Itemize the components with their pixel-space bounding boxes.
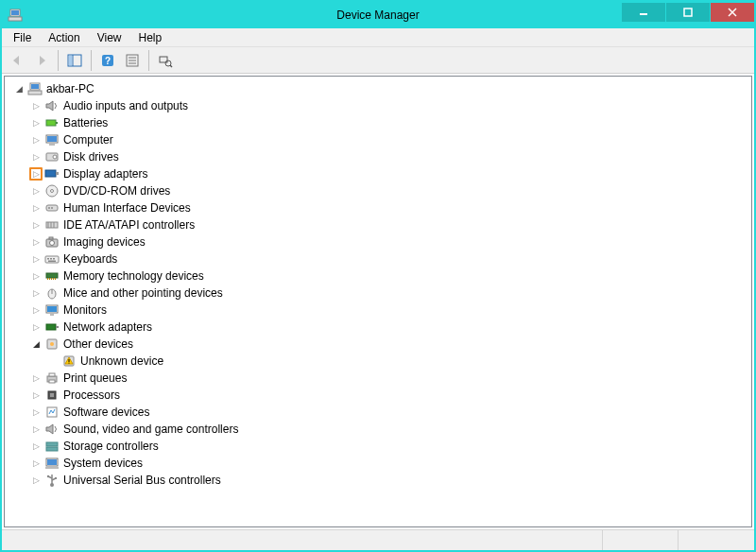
tree-item-keyboards[interactable]: ▷Keyboards (7, 250, 749, 267)
menu-help[interactable]: Help (131, 30, 170, 45)
properties-button[interactable] (121, 49, 144, 72)
memory-icon (44, 268, 60, 284)
expand-icon[interactable]: ▷ (29, 286, 43, 300)
tree-item-mice[interactable]: ▷Mice and other pointing devices (7, 285, 749, 302)
help-button[interactable]: ? (96, 49, 119, 72)
tree-item-memtech[interactable]: ▷Memory technology devices (7, 267, 749, 285)
svg-rect-51 (51, 278, 52, 280)
software-icon (44, 405, 60, 420)
expand-icon[interactable]: ▷ (29, 99, 43, 112)
forward-button[interactable] (30, 49, 53, 72)
statusbar (2, 529, 754, 550)
tree-item-unknown[interactable]: Unknown device (7, 353, 749, 370)
tree-item-storage[interactable]: ▷Storage controllers (7, 438, 749, 455)
toolbar-separator (91, 50, 92, 71)
tree-root-node[interactable]: ◢akbar-PC (7, 80, 749, 97)
tree-item-usb[interactable]: ▷Universal Serial Bus controllers (7, 472, 749, 489)
app-icon (8, 8, 23, 23)
tree-item-ide[interactable]: ▷IDE ATA/ATAPI controllers (7, 216, 749, 233)
expand-icon[interactable]: ▷ (29, 457, 43, 470)
tree-item-processors[interactable]: ▷Processors (7, 387, 749, 404)
spacer (46, 354, 60, 368)
arrow-right-icon (34, 53, 49, 68)
close-button[interactable] (711, 3, 754, 22)
tree-item-monitors[interactable]: ▷Monitors (7, 302, 749, 319)
tree-item-other[interactable]: ◢Other devices (7, 336, 749, 353)
tree-item-label: Unknown device (80, 354, 169, 368)
expand-icon[interactable]: ▷ (29, 252, 43, 266)
device-tree[interactable]: ◢akbar-PC▷Audio inputs and outputs▷Batte… (4, 76, 752, 527)
expand-icon[interactable]: ▷ (29, 423, 43, 436)
expand-icon[interactable]: ▷ (29, 167, 43, 181)
expand-icon[interactable]: ▷ (29, 269, 43, 283)
tree-item-display[interactable]: ▷Display adapters (7, 165, 749, 182)
maximize-button[interactable] (666, 3, 710, 22)
menubar: File Action View Help (2, 28, 754, 47)
menu-action[interactable]: Action (41, 30, 87, 45)
tree-item-network[interactable]: ▷Network adapters (7, 319, 749, 336)
tree-item-computer[interactable]: ▷Computer (7, 131, 749, 148)
expand-icon[interactable]: ▷ (29, 218, 43, 232)
expand-icon[interactable]: ▷ (29, 474, 43, 487)
collapse-icon[interactable]: ◢ (29, 337, 43, 351)
svg-point-32 (51, 190, 54, 193)
computer-icon (44, 132, 60, 147)
tree-item-dvd[interactable]: ▷DVD/CD-ROM drives (7, 182, 749, 199)
tree-item-label: DVD/CD-ROM drives (63, 184, 176, 198)
svg-rect-45 (50, 258, 52, 260)
menu-view[interactable]: View (90, 30, 129, 45)
tree-item-disk[interactable]: ▷Disk drives (7, 148, 749, 165)
tree-item-label: Other devices (63, 337, 139, 351)
window-controls (622, 5, 754, 26)
expand-icon[interactable]: ▷ (29, 388, 43, 402)
collapse-icon[interactable]: ◢ (12, 82, 26, 95)
expand-icon[interactable]: ▷ (29, 116, 43, 129)
expand-icon[interactable]: ▷ (29, 133, 43, 147)
tree-item-printq[interactable]: ▷Print queues (7, 370, 749, 387)
menu-file[interactable]: File (6, 30, 39, 45)
scan-hardware-button[interactable] (154, 49, 177, 72)
tree-item-label: Human Interface Devices (63, 201, 197, 215)
titlebar[interactable]: Device Manager (2, 2, 754, 28)
tree-item-batteries[interactable]: ▷Batteries (7, 114, 749, 131)
tree-item-sound[interactable]: ▷Sound, video and game controllers (7, 421, 749, 438)
tree-item-system[interactable]: ▷System devices (7, 455, 749, 472)
tree-item-label: Monitors (63, 303, 112, 317)
tree-item-software[interactable]: ▷Software devices (7, 404, 749, 421)
speaker-icon (44, 422, 60, 437)
expand-icon[interactable]: ▷ (29, 320, 43, 334)
tree-item-label: System devices (63, 457, 148, 470)
tree-item-label: Batteries (63, 116, 113, 129)
other-devices-icon (44, 336, 60, 352)
expand-icon[interactable]: ▷ (29, 201, 43, 215)
show-hide-console-button[interactable] (63, 49, 86, 72)
expand-icon[interactable]: ▷ (29, 371, 43, 385)
svg-rect-76 (45, 467, 59, 469)
svg-rect-72 (46, 442, 58, 446)
expand-icon[interactable]: ▷ (29, 440, 43, 453)
tree-item-hid[interactable]: ▷Human Interface Devices (7, 199, 749, 216)
svg-rect-23 (56, 122, 58, 124)
expand-icon[interactable]: ▷ (29, 235, 43, 249)
hid-icon (44, 200, 60, 216)
svg-rect-73 (46, 447, 58, 451)
svg-rect-68 (49, 380, 55, 383)
expand-icon[interactable]: ▷ (29, 184, 43, 198)
svg-point-34 (48, 207, 50, 209)
status-cell (603, 530, 679, 550)
status-cell (2, 530, 603, 550)
body-area: ◢akbar-PC▷Audio inputs and outputs▷Batte… (2, 74, 754, 529)
tree-item-imaging[interactable]: ▷Imaging devices (7, 233, 749, 250)
tree-item-label: Audio inputs and outputs (63, 99, 194, 112)
tree-item-label: Memory technology devices (63, 269, 210, 283)
tree-item-audio[interactable]: ▷Audio inputs and outputs (7, 97, 749, 114)
expand-icon[interactable]: ▷ (29, 405, 43, 419)
back-button[interactable] (6, 49, 28, 72)
panel-icon (67, 53, 82, 68)
expand-icon[interactable]: ▷ (29, 303, 43, 317)
tree-item-label: Mice and other pointing devices (63, 286, 229, 300)
expand-icon[interactable]: ▷ (29, 150, 43, 164)
svg-rect-2 (11, 10, 19, 15)
svg-rect-26 (49, 144, 55, 146)
minimize-button[interactable] (622, 3, 665, 22)
